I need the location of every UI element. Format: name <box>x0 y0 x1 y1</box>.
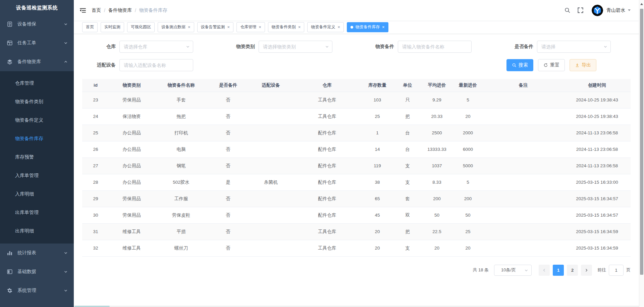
cell-created-at: 2025-03-15 16:34:59 <box>564 223 631 240</box>
search-icon[interactable] <box>564 7 571 13</box>
breadcrumb-home[interactable]: 首页 <box>92 7 101 13</box>
tab-warehouse-management[interactable]: 仓库管理× <box>236 22 265 32</box>
cell-is-spare: 是 <box>208 174 248 190</box>
sidebar-item-device-maintenance[interactable]: 设备维保 <box>0 15 74 34</box>
scroll-up-arrow-icon[interactable] <box>640 3 643 5</box>
close-icon[interactable]: × <box>227 25 230 29</box>
page-content: 仓库 物资类别 物资备件 <box>74 34 639 307</box>
tab-spare-definition[interactable]: 物资备件定义× <box>307 22 344 32</box>
page-button-1[interactable]: 1 <box>553 265 564 276</box>
close-icon[interactable]: × <box>337 25 340 29</box>
cell-created-at: 2024-10-25 19:38:43 <box>564 108 631 125</box>
sidebar-item-spare-parts[interactable]: 备件物资库 <box>0 52 74 71</box>
sidebar-item-task-orders[interactable]: 任务工单 <box>0 34 74 52</box>
avatar[interactable] <box>592 5 603 16</box>
tags-bar: 首页 实时监测 可视化园区 设备测点数据× 设备告警监测× 仓库管理× 物资备件… <box>74 20 639 34</box>
cell-id: 28 <box>82 174 109 190</box>
tab-device-point-data[interactable]: 设备测点数据× <box>158 22 194 32</box>
vertical-scrollbar[interactable] <box>639 0 644 307</box>
cell-remark <box>483 223 564 240</box>
warehouse-select-input[interactable] <box>119 41 193 53</box>
spare-name-input[interactable] <box>398 41 472 53</box>
cell-id: 23 <box>82 92 109 108</box>
sidebar-item-spare-inventory[interactable]: 物资备件库存 <box>0 129 74 148</box>
cell-remark <box>483 240 564 256</box>
device-input[interactable] <box>119 59 193 71</box>
page-size-select[interactable]: 10条/页 <box>494 265 532 276</box>
reset-button[interactable]: 重置 <box>538 59 565 71</box>
cell-latest-price: 25 <box>453 223 483 240</box>
close-icon[interactable]: × <box>259 25 261 29</box>
tab-label: 设备告警监测 <box>201 24 225 30</box>
horizontal-scrollbar[interactable] <box>74 306 639 307</box>
cell-quantity: 1 <box>361 125 394 141</box>
cell-latest-price: 200 <box>453 190 483 207</box>
sidebar-item-warehouse-management[interactable]: 仓库管理 <box>0 74 74 92</box>
page-size-value: 10条/页 <box>501 267 516 273</box>
tab-home[interactable]: 首页 <box>82 22 98 32</box>
sidebar-item-system-management[interactable]: 系统管理 <box>0 281 74 300</box>
sidebar-item-inventory-warning[interactable]: 库存预警 <box>0 148 74 166</box>
table-header-row: id 物资类别 物资备件名称 是否备件 适配设备 仓库 库存数量 单位 平均进价… <box>82 79 631 92</box>
goto-page-input[interactable] <box>609 265 624 276</box>
sidebar-toggle-icon[interactable] <box>79 7 86 14</box>
device-field[interactable] <box>119 59 193 71</box>
download-icon <box>575 63 580 68</box>
cell-is-spare: 否 <box>208 207 248 223</box>
page-button-2[interactable]: 2 <box>567 265 578 276</box>
warehouse-select[interactable] <box>119 41 193 53</box>
sidebar-item-inbound-orders[interactable]: 入库单管理 <box>0 166 74 185</box>
close-icon[interactable]: × <box>382 25 385 29</box>
caret-down-icon[interactable] <box>628 9 631 11</box>
breadcrumb-separator: / <box>135 8 136 13</box>
sidebar-item-label: 基础数据 <box>17 269 36 275</box>
sidebar-item-spare-category[interactable]: 物资备件类别 <box>0 92 74 111</box>
cell-device: 杀菌机 <box>248 174 293 190</box>
spare-name-field[interactable] <box>398 41 472 53</box>
cell-is-spare: 否 <box>208 223 248 240</box>
app-title: 设备巡检监测系统 <box>0 0 74 15</box>
app-root: 设备巡检监测系统 设备维保 任务工单 备件物资库 仓库管理 物资备件类别 <box>0 0 644 307</box>
close-icon[interactable]: × <box>298 25 301 29</box>
next-page-button[interactable] <box>581 265 592 276</box>
tab-spare-category[interactable]: 物资备件类别× <box>268 22 305 32</box>
col-device: 适配设备 <box>248 79 293 92</box>
sidebar-item-base-data[interactable]: 基础数据 <box>0 262 74 281</box>
tab-visual-park[interactable]: 可视化园区 <box>127 22 155 32</box>
cell-avg-price: 13333.33 <box>421 141 453 158</box>
sidebar-item-inbound-details[interactable]: 入库明细 <box>0 185 74 203</box>
horizontal-scrollbar-thumb[interactable] <box>74 306 110 307</box>
cell-avg-price: 50 <box>421 207 453 223</box>
tab-realtime-monitor[interactable]: 实时监测 <box>101 22 124 32</box>
is-spare-select-input[interactable] <box>537 41 611 53</box>
cell-id: 29 <box>82 190 109 207</box>
sidebar-item-outbound-details[interactable]: 出库明细 <box>0 222 74 240</box>
sidebar-item-outbound-orders[interactable]: 出库单管理 <box>0 203 74 222</box>
search-button[interactable]: 搜索 <box>506 59 533 71</box>
cell-latest-price: 5000 <box>453 158 483 174</box>
gear-icon <box>7 288 13 294</box>
filter-spare-name: 物资备件 <box>361 41 500 53</box>
close-icon[interactable]: × <box>188 25 191 29</box>
username[interactable]: 青山碧水 <box>606 7 625 13</box>
category-select[interactable] <box>259 41 332 53</box>
filter-is-spare: 是否备件 <box>500 41 611 53</box>
cell-warehouse: 工具仓库 <box>293 240 361 256</box>
tab-label: 实时监测 <box>104 24 120 30</box>
category-select-input[interactable] <box>259 41 332 53</box>
prev-page-button[interactable] <box>539 265 550 276</box>
fullscreen-icon[interactable] <box>577 7 584 13</box>
tab-spare-inventory-active[interactable]: 物资备件库存× <box>347 22 388 32</box>
table-row: 24 保洁物资 拖把 否 工具仓库 25 把 20.33 20 2024-10-… <box>82 108 631 125</box>
filter-category: 物资类别 <box>221 41 361 53</box>
sidebar-item-spare-definition[interactable]: 物资备件定义 <box>0 111 74 129</box>
cell-remark <box>483 92 564 108</box>
export-button[interactable]: 导出 <box>570 59 596 71</box>
is-spare-select[interactable] <box>537 41 611 53</box>
breadcrumb-spare-parts[interactable]: 备件物资库 <box>108 7 132 13</box>
vertical-scrollbar-thumb[interactable] <box>640 9 643 275</box>
sidebar-item-statistics[interactable]: 统计报表 <box>0 244 74 262</box>
tab-device-alarm-monitor[interactable]: 设备告警监测× <box>197 22 234 32</box>
filter-warehouse: 仓库 <box>82 41 221 53</box>
refresh-icon <box>543 63 548 68</box>
